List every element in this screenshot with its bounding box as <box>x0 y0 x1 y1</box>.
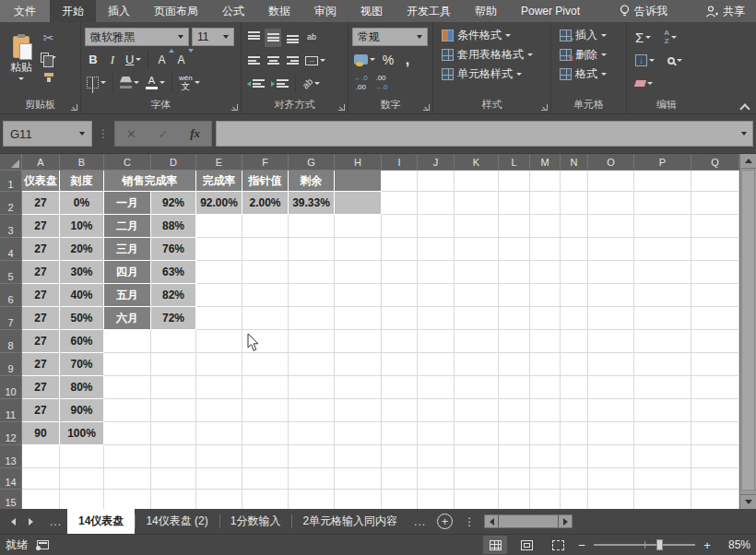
cell-G11[interactable] <box>289 399 335 422</box>
tell-me-button[interactable]: 告诉我 <box>612 0 675 22</box>
cell-Q1[interactable] <box>691 171 739 192</box>
tab-视图[interactable]: 视图 <box>348 0 395 22</box>
cell-D5[interactable]: 63% <box>151 261 196 284</box>
cell-F12[interactable] <box>242 422 289 445</box>
cell-N10[interactable] <box>561 376 588 399</box>
cell-B14[interactable] <box>60 468 104 490</box>
cell-L12[interactable] <box>499 422 530 445</box>
cell-K14[interactable] <box>455 468 499 490</box>
accounting-format-button[interactable] <box>352 51 377 69</box>
cell-K4[interactable] <box>455 238 499 261</box>
cell-I7[interactable] <box>382 307 418 330</box>
format-cells-button[interactable]: 格式 <box>558 65 622 84</box>
cell-H10[interactable] <box>335 376 382 399</box>
cell-C8[interactable] <box>104 330 151 353</box>
row-header-10[interactable]: 10 <box>0 376 22 399</box>
cell-C1[interactable]: 销售完成率 <box>104 171 196 192</box>
cell-K9[interactable] <box>455 353 499 376</box>
column-header-K[interactable]: K <box>455 154 499 171</box>
find-select-button[interactable] <box>666 52 684 70</box>
cell-D14[interactable] <box>151 468 196 490</box>
cell-J5[interactable] <box>418 261 455 284</box>
zoom-in-button[interactable]: + <box>703 538 712 552</box>
row-header-15[interactable]: 15 <box>0 490 22 509</box>
cell-L11[interactable] <box>499 399 530 422</box>
cell-L14[interactable] <box>499 468 530 490</box>
font-size-combo[interactable]: 11 <box>192 28 234 46</box>
cell-L4[interactable] <box>499 238 530 261</box>
scroll-down-button[interactable] <box>740 494 756 509</box>
cell-M14[interactable] <box>530 468 561 490</box>
cell-A1[interactable]: 仪表盘 <box>22 171 60 192</box>
grow-font-button[interactable]: A <box>153 51 170 69</box>
cell-K12[interactable] <box>455 422 499 445</box>
cell-H15[interactable] <box>335 490 382 509</box>
row-header-3[interactable]: 3 <box>0 215 22 238</box>
align-center-button[interactable] <box>265 52 281 70</box>
cell-K3[interactable] <box>455 215 499 238</box>
cell-C10[interactable] <box>104 376 151 399</box>
styles-dialog-launcher[interactable] <box>541 104 548 111</box>
zoom-slider-thumb[interactable] <box>656 539 663 550</box>
cell-P1[interactable] <box>634 171 691 192</box>
cell-Q9[interactable] <box>691 353 739 376</box>
row-header-9[interactable]: 9 <box>0 353 22 376</box>
cell-H7[interactable] <box>335 307 382 330</box>
tab-帮助[interactable]: 帮助 <box>463 0 509 22</box>
cell-F10[interactable] <box>242 376 289 399</box>
cell-G8[interactable] <box>289 330 335 353</box>
cell-P2[interactable] <box>634 192 691 215</box>
clear-button[interactable] <box>633 75 655 93</box>
shrink-font-button[interactable]: A <box>172 51 189 69</box>
cell-G4[interactable] <box>289 238 335 261</box>
cell-I10[interactable] <box>382 376 418 399</box>
formula-bar-grip[interactable]: ⋮ <box>96 127 111 140</box>
scroll-right-button[interactable] <box>559 515 572 527</box>
cell-Q3[interactable] <box>691 215 739 238</box>
cell-I12[interactable] <box>382 422 418 445</box>
cell-O8[interactable] <box>588 330 634 353</box>
cell-F15[interactable] <box>242 490 289 509</box>
cell-M7[interactable] <box>530 307 561 330</box>
name-box[interactable]: G11 <box>3 121 92 147</box>
cell-M3[interactable] <box>530 215 561 238</box>
cell-J12[interactable] <box>418 422 455 445</box>
cell-E2[interactable]: 92.00% <box>196 192 242 215</box>
comma-style-button[interactable]: , <box>399 51 416 69</box>
horizontal-scroll-thumb[interactable] <box>499 515 558 527</box>
cell-I6[interactable] <box>382 284 418 307</box>
row-header-14[interactable]: 14 <box>0 468 22 490</box>
cell-N9[interactable] <box>561 353 588 376</box>
cell-F5[interactable] <box>242 261 289 284</box>
align-bottom-button[interactable] <box>284 29 301 47</box>
cell-Q14[interactable] <box>691 468 739 490</box>
sheet-tab-1分数输入[interactable]: 1分数输入 <box>219 509 292 534</box>
cell-F7[interactable] <box>242 307 289 330</box>
scroll-left-button[interactable] <box>485 515 498 527</box>
column-header-L[interactable]: L <box>499 154 530 171</box>
cell-O14[interactable] <box>588 468 634 490</box>
cell-O11[interactable] <box>588 399 634 422</box>
row-header-2[interactable]: 2 <box>0 192 22 215</box>
cell-O3[interactable] <box>588 215 634 238</box>
cell-E8[interactable] <box>196 330 242 353</box>
cell-A14[interactable] <box>22 468 60 490</box>
cell-E7[interactable] <box>196 307 242 330</box>
cell-H1[interactable] <box>335 171 382 192</box>
cell-H2[interactable] <box>335 192 382 215</box>
cell-B10[interactable]: 80% <box>60 376 104 399</box>
cell-E1[interactable]: 完成率 <box>196 171 242 192</box>
cell-I15[interactable] <box>382 490 418 509</box>
cell-N3[interactable] <box>561 215 588 238</box>
cell-J1[interactable] <box>418 171 455 192</box>
cell-K15[interactable] <box>455 490 499 509</box>
cell-K11[interactable] <box>455 399 499 422</box>
cell-P8[interactable] <box>634 330 691 353</box>
next-sheet-icon[interactable] <box>29 518 33 525</box>
cell-D7[interactable]: 72% <box>151 307 196 330</box>
sheet-tab-14仪表盘 (2)[interactable]: 14仪表盘 (2) <box>135 509 219 534</box>
column-header-N[interactable]: N <box>561 154 588 171</box>
cell-N13[interactable] <box>561 445 588 468</box>
cell-N5[interactable] <box>561 261 588 284</box>
cell-A10[interactable]: 27 <box>22 376 60 399</box>
